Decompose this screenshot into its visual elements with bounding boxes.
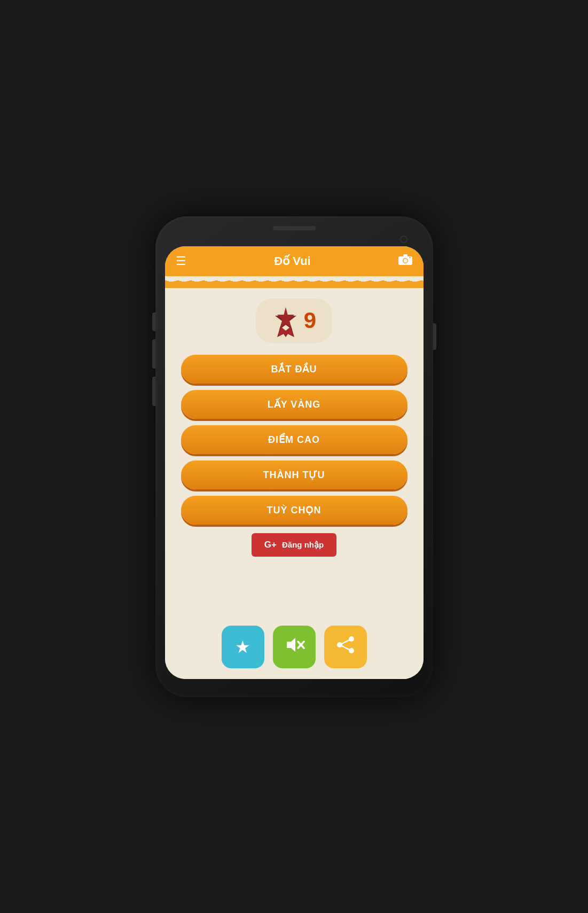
star-icon: ★ bbox=[235, 637, 250, 657]
phone-device: ☰ Đố Vui bbox=[155, 216, 433, 697]
volume-up-button[interactable] bbox=[152, 313, 155, 331]
phone-screen: ☰ Đố Vui bbox=[165, 246, 424, 679]
lay-vang-button[interactable]: LẤY VÀNG bbox=[181, 390, 407, 419]
mute-button[interactable] bbox=[273, 626, 316, 668]
tuy-chon-button[interactable]: TUỲ CHỌN bbox=[181, 496, 407, 525]
share-icon bbox=[335, 635, 356, 659]
camera-icon[interactable] bbox=[398, 254, 412, 269]
google-plus-icon: G+ bbox=[264, 540, 277, 550]
main-content: 9 BẮT ĐẦU LẤY VÀNG ĐIỂM CAO THÀNH TỰU TU… bbox=[165, 288, 424, 679]
thanh-tuu-button[interactable]: THÀNH TỰU bbox=[181, 461, 407, 489]
medal-icon bbox=[272, 306, 299, 335]
google-login-label: Đăng nhập bbox=[282, 540, 324, 550]
svg-line-16 bbox=[340, 645, 351, 651]
top-bar: ☰ Đố Vui bbox=[165, 246, 424, 276]
bottom-action-row: ★ bbox=[222, 626, 367, 670]
front-camera bbox=[400, 236, 407, 243]
svg-line-15 bbox=[340, 639, 351, 645]
favorite-button[interactable]: ★ bbox=[222, 626, 264, 668]
google-login-button[interactable]: G+ Đăng nhập bbox=[252, 533, 336, 557]
badge-number: 9 bbox=[304, 308, 316, 333]
phone-speaker bbox=[273, 226, 316, 230]
svg-rect-3 bbox=[403, 254, 407, 257]
silent-button[interactable] bbox=[152, 377, 155, 406]
scallop-decoration bbox=[165, 276, 424, 288]
svg-point-2 bbox=[404, 259, 407, 262]
diem-cao-button[interactable]: ĐIỂM CAO bbox=[181, 425, 407, 454]
svg-marker-9 bbox=[287, 638, 295, 652]
bat-dau-button[interactable]: BẮT ĐẦU bbox=[181, 355, 407, 384]
badge-container: 9 bbox=[256, 299, 332, 343]
share-button[interactable] bbox=[324, 626, 367, 668]
power-button[interactable] bbox=[433, 323, 436, 350]
mute-icon bbox=[284, 636, 305, 658]
svg-rect-4 bbox=[409, 257, 411, 258]
hamburger-icon[interactable]: ☰ bbox=[176, 255, 186, 267]
volume-down-button[interactable] bbox=[152, 339, 155, 369]
app-title: Đố Vui bbox=[274, 254, 310, 268]
